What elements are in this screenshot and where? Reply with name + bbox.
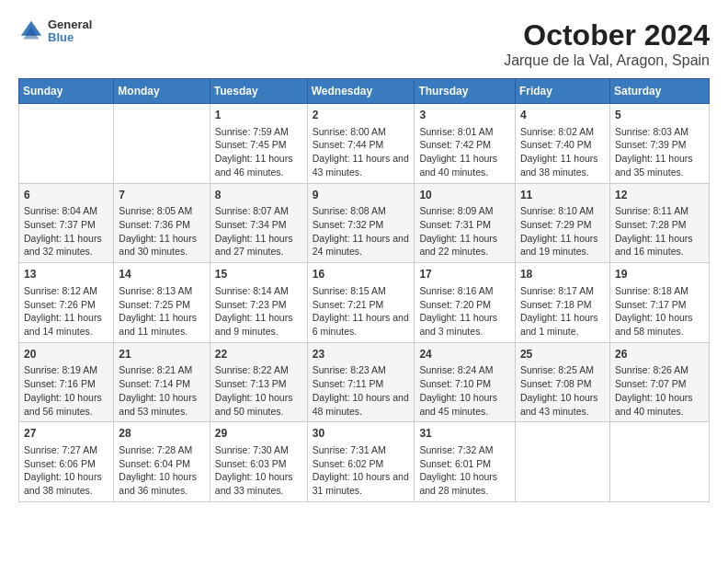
calendar-cell: 23Sunrise: 8:23 AMSunset: 7:11 PMDayligh… [307, 342, 415, 422]
day-info: Sunrise: 8:10 AMSunset: 7:29 PMDaylight:… [520, 204, 605, 259]
day-number: 23 [313, 347, 410, 362]
calendar-week-1: 1Sunrise: 7:59 AMSunset: 7:45 PMDaylight… [19, 104, 710, 184]
logo-general: General [48, 18, 92, 31]
calendar-cell: 30Sunrise: 7:31 AMSunset: 6:02 PMDayligh… [307, 422, 415, 502]
calendar-cell: 13Sunrise: 8:12 AMSunset: 7:26 PMDayligh… [19, 263, 114, 343]
day-info: Sunrise: 8:13 AMSunset: 7:25 PMDaylight:… [119, 284, 204, 339]
day-info: Sunrise: 8:14 AMSunset: 7:23 PMDaylight:… [215, 284, 302, 339]
day-info: Sunrise: 7:59 AMSunset: 7:45 PMDaylight:… [215, 125, 302, 179]
calendar-cell: 2Sunrise: 8:00 AMSunset: 7:44 PMDaylight… [307, 104, 415, 184]
day-info: Sunrise: 8:19 AMSunset: 7:16 PMDaylight:… [24, 363, 108, 418]
calendar-cell: 24Sunrise: 8:24 AMSunset: 7:10 PMDayligh… [415, 342, 516, 422]
calendar-cell: 5Sunrise: 8:03 AMSunset: 7:39 PMDaylight… [609, 104, 709, 184]
day-info: Sunrise: 7:32 AMSunset: 6:01 PMDaylight:… [419, 443, 510, 498]
day-number: 17 [419, 267, 510, 282]
day-info: Sunrise: 8:03 AMSunset: 7:39 PMDaylight:… [615, 125, 704, 179]
day-number: 16 [313, 267, 410, 282]
calendar-cell: 3Sunrise: 8:01 AMSunset: 7:42 PMDaylight… [415, 104, 516, 184]
calendar-cell: 14Sunrise: 8:13 AMSunset: 7:25 PMDayligh… [114, 263, 210, 343]
calendar-table: SundayMondayTuesdayWednesdayThursdayFrid… [18, 78, 710, 502]
calendar-cell: 6Sunrise: 8:04 AMSunset: 7:37 PMDaylight… [19, 183, 114, 263]
calendar-cell: 22Sunrise: 8:22 AMSunset: 7:13 PMDayligh… [210, 342, 307, 422]
day-number: 26 [615, 347, 704, 362]
day-info: Sunrise: 8:16 AMSunset: 7:20 PMDaylight:… [419, 284, 510, 339]
calendar-cell: 11Sunrise: 8:10 AMSunset: 7:29 PMDayligh… [515, 183, 609, 263]
title-block: October 2024 Jarque de la Val, Aragon, S… [504, 18, 710, 69]
calendar-body: 1Sunrise: 7:59 AMSunset: 7:45 PMDaylight… [19, 104, 710, 502]
calendar-cell: 19Sunrise: 8:18 AMSunset: 7:17 PMDayligh… [609, 263, 709, 343]
day-info: Sunrise: 8:26 AMSunset: 7:07 PMDaylight:… [615, 363, 704, 418]
day-number: 18 [520, 267, 605, 282]
day-number: 14 [119, 267, 204, 282]
day-number: 5 [615, 108, 704, 123]
weekday-header-friday: Friday [515, 79, 609, 104]
calendar-cell: 16Sunrise: 8:15 AMSunset: 7:21 PMDayligh… [307, 263, 415, 343]
day-number: 30 [313, 426, 410, 442]
day-number: 9 [313, 188, 410, 203]
day-number: 10 [419, 188, 510, 203]
weekday-header-sunday: Sunday [19, 79, 114, 104]
day-info: Sunrise: 7:30 AMSunset: 6:03 PMDaylight:… [215, 443, 302, 498]
day-number: 11 [520, 188, 605, 203]
day-info: Sunrise: 8:09 AMSunset: 7:31 PMDaylight:… [419, 204, 510, 259]
day-info: Sunrise: 8:07 AMSunset: 7:34 PMDaylight:… [215, 204, 302, 259]
day-info: Sunrise: 8:04 AMSunset: 7:37 PMDaylight:… [24, 204, 108, 259]
calendar-cell: 7Sunrise: 8:05 AMSunset: 7:36 PMDaylight… [114, 183, 210, 263]
day-info: Sunrise: 8:12 AMSunset: 7:26 PMDaylight:… [24, 284, 108, 339]
calendar-cell: 31Sunrise: 7:32 AMSunset: 6:01 PMDayligh… [415, 422, 516, 502]
calendar-cell: 29Sunrise: 7:30 AMSunset: 6:03 PMDayligh… [210, 422, 307, 502]
calendar-cell: 21Sunrise: 8:21 AMSunset: 7:14 PMDayligh… [114, 342, 210, 422]
calendar-cell [609, 422, 709, 502]
calendar-cell: 10Sunrise: 8:09 AMSunset: 7:31 PMDayligh… [415, 183, 516, 263]
day-number: 8 [215, 188, 302, 203]
day-info: Sunrise: 7:28 AMSunset: 6:04 PMDaylight:… [119, 443, 204, 498]
calendar-cell [114, 104, 210, 184]
weekday-header-wednesday: Wednesday [307, 79, 415, 104]
page-header: General Blue October 2024 Jarque de la V… [18, 18, 710, 69]
page-title: October 2024 [504, 18, 710, 52]
weekday-header-saturday: Saturday [609, 79, 709, 104]
day-info: Sunrise: 8:21 AMSunset: 7:14 PMDaylight:… [119, 363, 204, 418]
weekday-header-thursday: Thursday [415, 79, 516, 104]
day-number: 19 [615, 267, 704, 282]
day-number: 15 [215, 267, 302, 282]
weekday-row: SundayMondayTuesdayWednesdayThursdayFrid… [19, 79, 710, 104]
calendar-cell [515, 422, 609, 502]
calendar-cell: 17Sunrise: 8:16 AMSunset: 7:20 PMDayligh… [415, 263, 516, 343]
day-info: Sunrise: 8:01 AMSunset: 7:42 PMDaylight:… [419, 125, 510, 179]
day-number: 24 [419, 347, 510, 362]
day-number: 28 [119, 426, 204, 442]
day-number: 6 [24, 188, 108, 203]
calendar-cell: 20Sunrise: 8:19 AMSunset: 7:16 PMDayligh… [19, 342, 114, 422]
day-info: Sunrise: 8:15 AMSunset: 7:21 PMDaylight:… [313, 284, 410, 339]
day-number: 7 [119, 188, 204, 203]
day-info: Sunrise: 8:23 AMSunset: 7:11 PMDaylight:… [313, 363, 410, 418]
calendar-cell: 25Sunrise: 8:25 AMSunset: 7:08 PMDayligh… [515, 342, 609, 422]
day-number: 21 [119, 347, 204, 362]
calendar-cell: 9Sunrise: 8:08 AMSunset: 7:32 PMDaylight… [307, 183, 415, 263]
calendar-week-4: 20Sunrise: 8:19 AMSunset: 7:16 PMDayligh… [19, 342, 710, 422]
day-info: Sunrise: 8:22 AMSunset: 7:13 PMDaylight:… [215, 363, 302, 418]
calendar-cell: 28Sunrise: 7:28 AMSunset: 6:04 PMDayligh… [114, 422, 210, 502]
day-info: Sunrise: 8:11 AMSunset: 7:28 PMDaylight:… [615, 204, 704, 259]
day-info: Sunrise: 7:31 AMSunset: 6:02 PMDaylight:… [313, 443, 410, 498]
logo: General Blue [18, 18, 92, 45]
day-info: Sunrise: 8:17 AMSunset: 7:18 PMDaylight:… [520, 284, 605, 339]
day-number: 1 [215, 108, 302, 123]
day-number: 22 [215, 347, 302, 362]
logo-text: General Blue [48, 18, 92, 45]
calendar-cell: 18Sunrise: 8:17 AMSunset: 7:18 PMDayligh… [515, 263, 609, 343]
calendar-cell: 12Sunrise: 8:11 AMSunset: 7:28 PMDayligh… [609, 183, 709, 263]
day-number: 13 [24, 267, 108, 282]
day-number: 4 [520, 108, 605, 123]
day-number: 12 [615, 188, 704, 203]
day-number: 20 [24, 347, 108, 362]
calendar-cell [19, 104, 114, 184]
day-info: Sunrise: 8:00 AMSunset: 7:44 PMDaylight:… [313, 125, 410, 179]
calendar-week-2: 6Sunrise: 8:04 AMSunset: 7:37 PMDaylight… [19, 183, 710, 263]
day-number: 31 [419, 426, 510, 442]
calendar-cell: 1Sunrise: 7:59 AMSunset: 7:45 PMDaylight… [210, 104, 307, 184]
day-number: 29 [215, 426, 302, 442]
calendar-cell: 4Sunrise: 8:02 AMSunset: 7:40 PMDaylight… [515, 104, 609, 184]
day-number: 2 [313, 108, 410, 123]
